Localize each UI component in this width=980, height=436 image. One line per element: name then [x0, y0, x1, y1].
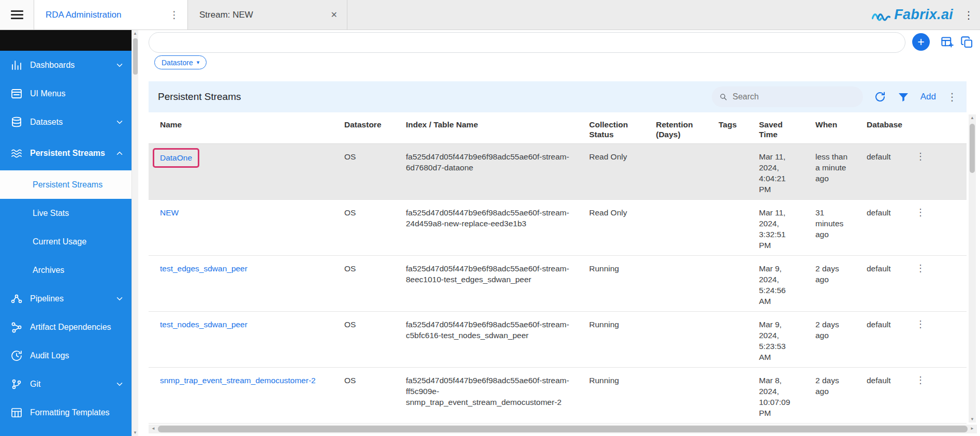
add-stream-link[interactable]: Add: [920, 92, 936, 102]
scroll-up-icon[interactable]: ▲: [969, 115, 976, 120]
streams-table: Name Datastore Index / Table Name Collec…: [149, 112, 967, 424]
refresh-icon[interactable]: [874, 91, 886, 103]
hamburger-icon: [11, 8, 23, 21]
horizontal-scrollbar-thumb[interactable]: [158, 426, 968, 432]
cell-when: 2 days ago: [804, 312, 855, 368]
tab-close-icon[interactable]: ✕: [329, 10, 340, 20]
stream-name-link[interactable]: test_edges_sdwan_peer: [160, 264, 247, 273]
datastore-filter-chip[interactable]: Datastore ▾: [154, 55, 207, 69]
tab-more-icon[interactable]: ⋮: [168, 9, 180, 21]
window-icon: [10, 88, 23, 100]
stream-name-link[interactable]: DataOne: [160, 153, 192, 162]
sidebar-item-audit-logs[interactable]: Audit Logs: [0, 341, 131, 370]
sidebar-subitem-live-stats[interactable]: Live Stats: [0, 199, 131, 227]
sidebar-subitem-current-usage[interactable]: Current Usage: [0, 227, 131, 256]
col-header-datastore: Datastore: [333, 112, 394, 144]
sidebar-item-persistent-streams[interactable]: Persistent Streams: [0, 136, 131, 170]
tab-stream-new[interactable]: Stream: NEW ✕: [188, 0, 347, 30]
sidebar-subitem-persistent-streams[interactable]: Persistent Streams: [0, 170, 131, 199]
cell-retention: [645, 256, 707, 312]
sidebar-header-strip: [0, 30, 131, 51]
sidebar-item-pipelines[interactable]: Pipelines: [0, 284, 131, 313]
cell-index: fa525d47d05f447b9e6f98adc55ae60f-stream-…: [394, 144, 578, 200]
annotation-box: DataOne: [153, 148, 199, 168]
table-vertical-scrollbar[interactable]: ▲ ▼: [969, 114, 976, 423]
sidebar-scrollbar-thumb[interactable]: [133, 38, 138, 75]
row-actions-icon[interactable]: ⋮: [916, 263, 925, 273]
cell-datastore: OS: [333, 256, 394, 312]
cell-retention: [645, 200, 707, 256]
stream-name-link[interactable]: snmp_trap_event_stream_democustomer-2: [160, 376, 316, 385]
search-icon: [719, 92, 727, 101]
stream-name-link[interactable]: NEW: [160, 208, 179, 217]
scroll-left-icon[interactable]: ◄: [150, 426, 157, 431]
table-horizontal-scrollbar[interactable]: ◄ ►: [149, 425, 977, 433]
cell-saved-time: Mar 9, 2024, 5:23:53 AM: [748, 312, 804, 368]
table-row[interactable]: test_edges_sdwan_peer OS fa525d47d05f447…: [149, 256, 967, 312]
scroll-down-icon[interactable]: ▼: [132, 430, 138, 435]
sidebar-item-ui-menus[interactable]: UI Menus: [0, 79, 131, 108]
cell-datastore: OS: [333, 312, 394, 368]
scroll-right-icon[interactable]: ►: [969, 426, 976, 431]
cell-index: fa525d47d05f447b9e6f98adc55ae60f-stream-…: [394, 368, 578, 424]
filter-icon[interactable]: [897, 91, 910, 103]
stream-name-link[interactable]: test_nodes_sdwan_peer: [160, 320, 247, 329]
panel-search-input[interactable]: [733, 92, 856, 101]
sidebar-item-artifact-dependencies[interactable]: Artifact Dependencies: [0, 313, 131, 341]
hamburger-menu-button[interactable]: [0, 0, 34, 30]
panel-more-icon[interactable]: ⋮: [947, 91, 957, 103]
panel-search[interactable]: [712, 86, 863, 107]
cell-tags: [707, 144, 748, 200]
sidebar-item-datasets[interactable]: Datasets: [0, 108, 131, 136]
link-nodes-icon: [10, 321, 23, 333]
cell-retention: [645, 312, 707, 368]
cell-status: Read Only: [578, 144, 645, 200]
col-header-actions: [904, 112, 967, 144]
row-actions-icon[interactable]: ⋮: [916, 319, 925, 329]
table-header-row: Name Datastore Index / Table Name Collec…: [149, 112, 967, 144]
stream-waves-icon: [10, 147, 23, 159]
cell-status: Running: [578, 312, 645, 368]
tab-label: Stream: NEW: [199, 10, 329, 20]
cell-tags: [707, 200, 748, 256]
sidebar-subitem-archives[interactable]: Archives: [0, 256, 131, 284]
cell-status: Running: [578, 368, 645, 424]
cell-tags: [707, 368, 748, 424]
cell-index: fa525d47d05f447b9e6f98adc55ae60f-stream-…: [394, 312, 578, 368]
col-header-database: Database: [855, 112, 904, 144]
cell-database: default: [855, 144, 904, 200]
cell-status: Read Only: [578, 200, 645, 256]
sidebar-scrollbar[interactable]: ▲ ▼: [131, 30, 138, 436]
sidebar-item-formatting-templates[interactable]: Formatting Templates: [0, 398, 131, 427]
table-row[interactable]: NEW OS fa525d47d05f447b9e6f98adc55ae60f-…: [149, 200, 967, 256]
cell-database: default: [855, 368, 904, 424]
col-header-retention: Retention (Days): [645, 112, 707, 144]
add-circle-button[interactable]: +: [912, 33, 930, 51]
scroll-up-icon[interactable]: ▲: [132, 31, 138, 36]
brand-logo: Fabrix.ai: [872, 7, 953, 23]
table-plus-icon[interactable]: [940, 35, 954, 49]
row-actions-icon[interactable]: ⋮: [916, 207, 925, 217]
cell-saved-time: Mar 9, 2024, 5:24:56 AM: [748, 256, 804, 312]
table-row[interactable]: snmp_trap_event_stream_democustomer-2 OS…: [149, 368, 967, 424]
cell-tags: [707, 256, 748, 312]
main-content: + Datastore ▾ Persistent Streams: [138, 30, 980, 436]
row-actions-icon[interactable]: ⋮: [916, 151, 925, 162]
vertical-scrollbar-thumb[interactable]: [970, 124, 975, 173]
table-row[interactable]: test_nodes_sdwan_peer OS fa525d47d05f447…: [149, 312, 967, 368]
col-header-tags: Tags: [707, 112, 748, 144]
table-row[interactable]: DataOne OS fa525d47d05f447b9e6f98adc55ae…: [149, 144, 967, 200]
sidebar-item-git[interactable]: Git: [0, 370, 131, 398]
copy-icon[interactable]: [960, 35, 974, 49]
cell-retention: [645, 144, 707, 200]
cell-when: 31 minutes ago: [804, 200, 855, 256]
global-search-input[interactable]: [149, 32, 905, 53]
sidebar-item-dashboards[interactable]: Dashboards: [0, 51, 131, 79]
window-more-icon[interactable]: ⋮: [963, 9, 974, 21]
cell-index: fa525d47d05f447b9e6f98adc55ae60f-stream-…: [394, 256, 578, 312]
scroll-down-icon[interactable]: ▼: [969, 417, 976, 422]
pipeline-icon: [10, 293, 23, 305]
tab-rda-administration[interactable]: RDA Administration ⋮: [34, 0, 188, 30]
row-actions-icon[interactable]: ⋮: [916, 375, 925, 385]
cell-when: 2 days ago: [804, 256, 855, 312]
